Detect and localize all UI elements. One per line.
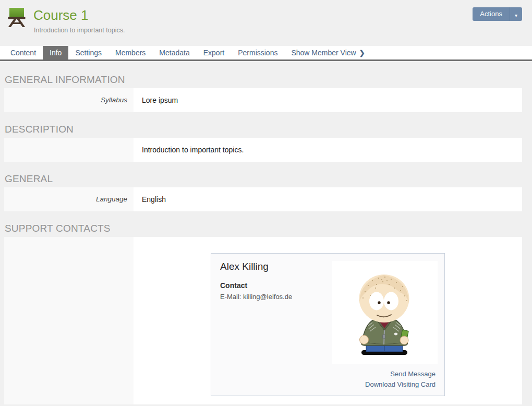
section-heading-support-contacts: SUPPORT CONTACTS (5, 223, 522, 234)
tab-bar: Content Info Settings Members Metadata E… (0, 46, 532, 61)
description-label (4, 138, 134, 162)
tab-settings[interactable]: Settings (68, 46, 108, 59)
avatar (332, 261, 438, 364)
dropdown-caret-icon[interactable]: ▾ (510, 7, 522, 21)
section-heading-general: GENERAL (5, 173, 522, 185)
support-contacts-area: Alex Killing Contact E-Mail: killing@lei… (134, 237, 522, 404)
actions-button-label[interactable]: Actions (473, 7, 510, 21)
support-contacts-row: Alex Killing Contact E-Mail: killing@lei… (4, 237, 522, 404)
info-panel: GENERAL INFORMATION Syllabus Lore ipsum … (4, 74, 522, 404)
tab-show-member-view[interactable]: Show Member View❯ (284, 46, 371, 59)
contact-card: Alex Killing Contact E-Mail: killing@lei… (211, 253, 445, 396)
syllabus-value: Lore ipsum (134, 88, 522, 112)
contact-email: E-Mail: killing@leifos.de (220, 293, 292, 301)
download-visiting-card-link[interactable]: Download Visiting Card (365, 379, 436, 390)
language-row: Language English (4, 187, 522, 211)
syllabus-row: Syllabus Lore ipsum (4, 88, 522, 112)
chevron-right-icon: ❯ (359, 49, 365, 57)
contact-card-links: Send Message Download Visiting Card (365, 369, 436, 390)
tab-show-member-view-label: Show Member View (291, 49, 356, 57)
syllabus-label: Syllabus (4, 88, 134, 112)
language-label: Language (4, 187, 134, 211)
language-value: English (134, 187, 522, 211)
course-easel-board-icon (6, 6, 27, 27)
tab-metadata[interactable]: Metadata (152, 46, 196, 59)
contact-heading: Contact (220, 281, 247, 290)
actions-button[interactable]: Actions ▾ (473, 7, 522, 21)
cartoon-character-portrait-icon (332, 261, 438, 364)
tab-content[interactable]: Content (4, 46, 43, 59)
section-heading-description: DESCRIPTION (5, 124, 522, 135)
page-subtitle: Introduction to important topics. (34, 27, 125, 34)
description-row: Introduction to important topics. (4, 138, 522, 162)
tab-permissions[interactable]: Permissions (231, 46, 284, 59)
page-header: Course 1 Introduction to important topic… (0, 0, 532, 46)
contact-name: Alex Killing (220, 261, 269, 272)
description-value: Introduction to important topics. (134, 138, 522, 162)
section-heading-general-information: GENERAL INFORMATION (5, 74, 522, 86)
page-title: Course 1 (33, 7, 89, 23)
tab-members[interactable]: Members (108, 46, 152, 59)
tab-info[interactable]: Info (43, 46, 68, 59)
support-contacts-empty-label (4, 237, 134, 404)
tab-export[interactable]: Export (197, 46, 231, 59)
send-message-link[interactable]: Send Message (365, 369, 436, 379)
